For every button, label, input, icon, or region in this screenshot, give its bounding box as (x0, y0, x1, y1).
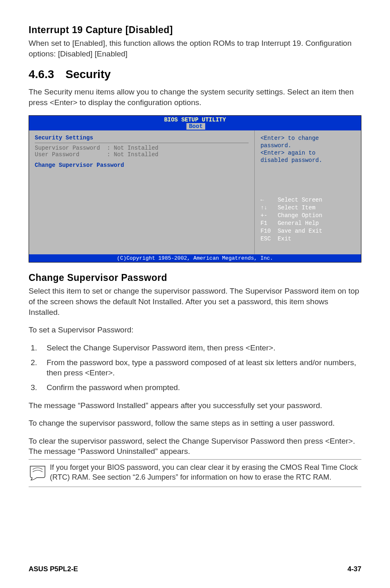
steps-list: Select the Change Supervisor Password it… (29, 343, 361, 393)
bios-left-pane: Security Settings Supervisor Password : … (29, 130, 255, 255)
footer-right: 4-37 (347, 565, 361, 573)
bios-change-supervisor-item: Change Supervisor Password (35, 162, 249, 168)
bios-nav-line: ↑↓ Select Item (260, 204, 315, 211)
bios-help-text: <Enter> to change password. <Enter> agai… (260, 135, 355, 164)
section-number: 4.6.3 (29, 68, 54, 81)
bios-nav-line: F10 Save and Exit (260, 228, 322, 234)
bios-tab-boot: Boot (186, 123, 205, 130)
change-supervisor-p3: The message “Password Installed” appears… (29, 400, 361, 411)
bios-right-pane: <Enter> to change password. <Enter> agai… (255, 130, 361, 255)
security-intro: The Security menu items allow you to cha… (29, 87, 361, 108)
bios-help-line: disabled password. (260, 157, 355, 164)
bios-help-line: <Enter> to change (260, 135, 355, 142)
bios-supervisor-row: Supervisor Password : Not Installed (35, 145, 249, 151)
change-supervisor-p5: To clear the supervisor password, select… (29, 436, 361, 457)
bios-settings-heading: Security Settings (35, 135, 249, 141)
change-supervisor-p2: To set a Supervisor Password: (29, 325, 361, 335)
bios-nav-line: ← Select Screen (260, 197, 322, 203)
bios-screenshot: BIOS SETUP UTILITY Boot Security Setting… (29, 115, 361, 263)
bios-nav-line: F1 General Help (260, 220, 319, 227)
step-item: Confirm the password when prompted. (39, 382, 361, 393)
note-text: If you forget your BIOS password, you ca… (50, 463, 361, 482)
bios-divider (35, 143, 249, 143)
security-heading: 4.6.3Security (29, 68, 361, 81)
bios-footer: (C)Copyright 1985-2002, American Megatre… (29, 254, 361, 262)
bios-user-row: User Password : Not Installed (35, 151, 249, 158)
interrupt-title: Interrupt 19 Capture [Disabled] (29, 25, 361, 36)
change-supervisor-title: Change Supervisor Password (29, 272, 361, 283)
change-supervisor-p1: Select this item to set or change the su… (29, 286, 361, 317)
note-icon (29, 463, 50, 483)
bios-help-line: <Enter> again to (260, 149, 355, 157)
bios-nav-help: ← Select Screen ↑↓ Select Item +- Change… (260, 189, 355, 250)
interrupt-desc: When set to [Enabled], this function all… (29, 38, 361, 59)
step-item: Select the Change Supervisor Password it… (39, 343, 361, 353)
note-row: If you forget your BIOS password, you ca… (29, 459, 361, 487)
bios-nav-line: +- Change Option (260, 212, 322, 219)
bios-help-line: password. (260, 142, 355, 149)
page-footer: ASUS P5PL2-E 4-37 (29, 565, 361, 573)
bios-body: Security Settings Supervisor Password : … (29, 130, 361, 255)
step-item: From the password box, type a password c… (39, 357, 361, 378)
footer-left: ASUS P5PL2-E (29, 565, 78, 573)
change-supervisor-p4: To change the supervisor password, follo… (29, 418, 361, 429)
bios-header: BIOS SETUP UTILITY Boot (29, 116, 361, 130)
bios-header-title: BIOS SETUP UTILITY (164, 117, 226, 123)
bios-nav-line: ESC Exit (260, 236, 291, 242)
section-title-text: Security (65, 68, 111, 81)
